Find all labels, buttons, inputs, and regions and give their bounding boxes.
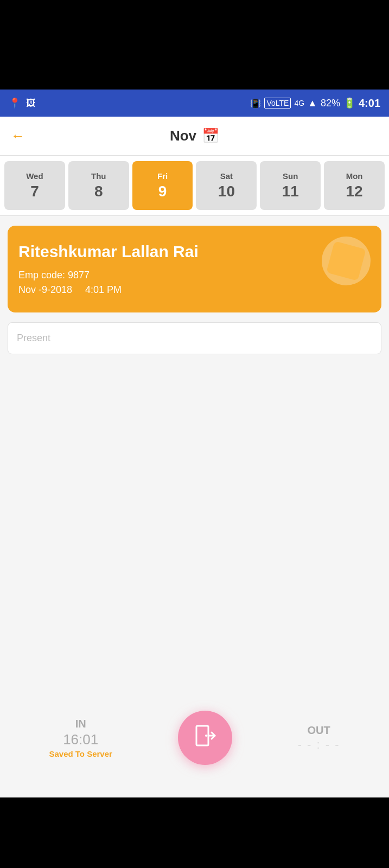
- date-day-label: Wed: [26, 171, 43, 181]
- employee-info: Riteshkumar Lallan Rai Emp code: 9877 No…: [18, 242, 371, 296]
- top-black-bar: [0, 0, 389, 90]
- in-time: 16:01: [63, 731, 98, 748]
- date-num-label: 9: [158, 183, 167, 200]
- out-label: OUT: [308, 724, 330, 737]
- image-icon: 🖼: [26, 98, 36, 109]
- out-section: OUT - - : - -: [298, 724, 340, 752]
- volte-label: VoLTE: [264, 98, 291, 108]
- battery-icon: 🔋: [343, 97, 355, 109]
- status-bar: 📍 🖼 📳 VoLTE 4G ▲ 82% 🔋 4:01: [0, 90, 389, 117]
- checkin-button[interactable]: [178, 711, 232, 765]
- date-day-label: Mon: [346, 171, 363, 181]
- bottom-actions: IN 16:01 Saved To Server OUT: [0, 700, 389, 776]
- date-day-label: Fri: [157, 171, 168, 181]
- date-item-12[interactable]: Mon 12: [324, 161, 385, 210]
- date-day-label: Sat: [220, 171, 233, 181]
- signal-label: 4G: [294, 99, 304, 107]
- date-num-label: 12: [346, 183, 362, 200]
- date-day-label: Sun: [283, 171, 298, 181]
- date-item-10[interactable]: Sat 10: [196, 161, 257, 210]
- signal-bars-icon: ▲: [308, 98, 317, 109]
- vibrate-icon: 📳: [250, 98, 261, 108]
- month-title: Nov: [170, 127, 196, 144]
- out-time: - - : - -: [298, 738, 340, 752]
- location-icon: 📍: [9, 97, 21, 109]
- date-num-label: 10: [218, 183, 235, 200]
- bottom-black-bar: [0, 797, 389, 868]
- time-display: 4:01: [359, 97, 380, 110]
- emp-code-label: Emp code:: [18, 270, 65, 280]
- employee-card: Riteshkumar Lallan Rai Emp code: 9877 No…: [8, 226, 381, 312]
- date-num-label: 7: [30, 183, 39, 200]
- status-field[interactable]: Present: [8, 322, 381, 354]
- employee-time: 4:01 PM: [85, 284, 122, 296]
- checkin-icon: [193, 724, 217, 752]
- employee-date: Nov -9-2018: [18, 284, 72, 296]
- date-num-label: 11: [282, 183, 299, 200]
- date-day-label: Thu: [91, 171, 106, 181]
- date-item-11[interactable]: Sun 11: [260, 161, 321, 210]
- main-area: IN 16:01 Saved To Server OUT: [0, 363, 389, 797]
- date-item-8[interactable]: Thu 8: [68, 161, 129, 210]
- in-label: IN: [75, 718, 86, 730]
- header-title-group: Nov 📅: [170, 127, 219, 144]
- date-item-7[interactable]: Wed 7: [4, 161, 65, 210]
- date-strip: Wed 7 Thu 8 Fri 9 Sat 10 Sun 11 Mon 12: [0, 156, 389, 216]
- battery-label: 82%: [321, 98, 340, 109]
- date-num-label: 8: [94, 183, 103, 200]
- emp-code-value: 9877: [68, 270, 90, 280]
- app-content: ← Nov 📅 Wed 7 Thu 8 Fri 9 Sat 10 Sun 11 …: [0, 117, 389, 797]
- status-right-info: 📳 VoLTE 4G ▲ 82% 🔋 4:01: [250, 97, 380, 110]
- employee-datetime: Nov -9-2018 4:01 PM: [18, 284, 371, 296]
- employee-name: Riteshkumar Lallan Rai: [18, 242, 371, 261]
- avatar: [322, 237, 371, 285]
- employee-code: Emp code: 9877: [18, 270, 371, 281]
- app-header: ← Nov 📅: [0, 117, 389, 156]
- status-placeholder: Present: [17, 333, 50, 343]
- calendar-icon: 📅: [202, 127, 219, 144]
- status-left-icons: 📍 🖼: [9, 97, 36, 109]
- in-section: IN 16:01 Saved To Server: [49, 718, 112, 758]
- avatar-shape: [326, 241, 366, 280]
- saved-to-server-label: Saved To Server: [49, 749, 112, 758]
- date-item-9[interactable]: Fri 9: [132, 161, 193, 210]
- svg-point-2: [205, 735, 207, 737]
- back-button[interactable]: ←: [11, 127, 25, 144]
